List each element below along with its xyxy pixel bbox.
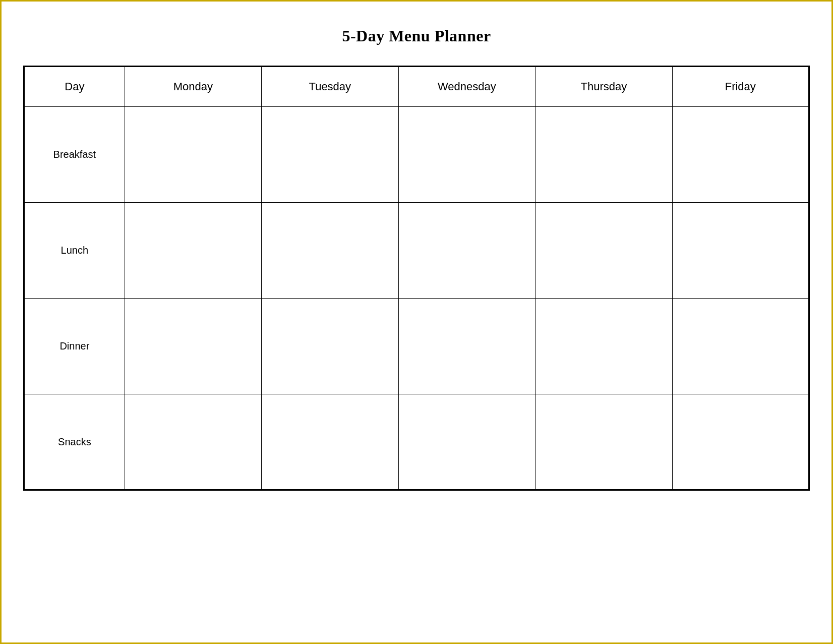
row-snacks: Snacks [24, 394, 809, 490]
label-dinner: Dinner [24, 299, 125, 394]
cell-lunch-thursday[interactable] [536, 203, 672, 299]
row-lunch: Lunch [24, 203, 809, 299]
cell-breakfast-tuesday[interactable] [262, 107, 398, 203]
header-friday: Friday [672, 67, 809, 107]
cell-lunch-wednesday[interactable] [398, 203, 536, 299]
label-breakfast: Breakfast [24, 107, 125, 203]
header-monday: Monday [125, 67, 261, 107]
cell-dinner-tuesday[interactable] [262, 299, 398, 394]
cell-snacks-friday[interactable] [672, 394, 809, 490]
cell-dinner-friday[interactable] [672, 299, 809, 394]
cell-lunch-tuesday[interactable] [262, 203, 398, 299]
label-lunch: Lunch [24, 203, 125, 299]
cell-dinner-wednesday[interactable] [398, 299, 536, 394]
menu-planner-table: Day Monday Tuesday Wednesday Thursday Fr… [23, 66, 810, 491]
header-thursday: Thursday [536, 67, 672, 107]
cell-lunch-monday[interactable] [125, 203, 261, 299]
cell-snacks-thursday[interactable] [536, 394, 672, 490]
cell-breakfast-friday[interactable] [672, 107, 809, 203]
cell-breakfast-wednesday[interactable] [398, 107, 536, 203]
cell-lunch-friday[interactable] [672, 203, 809, 299]
label-snacks: Snacks [24, 394, 125, 490]
cell-breakfast-monday[interactable] [125, 107, 261, 203]
cell-snacks-monday[interactable] [125, 394, 261, 490]
cell-snacks-wednesday[interactable] [398, 394, 536, 490]
cell-dinner-monday[interactable] [125, 299, 261, 394]
cell-snacks-tuesday[interactable] [262, 394, 398, 490]
header-day: Day [24, 67, 125, 107]
row-dinner: Dinner [24, 299, 809, 394]
cell-dinner-thursday[interactable] [536, 299, 672, 394]
cell-breakfast-thursday[interactable] [536, 107, 672, 203]
header-wednesday: Wednesday [398, 67, 536, 107]
header-row: Day Monday Tuesday Wednesday Thursday Fr… [24, 67, 809, 107]
row-breakfast: Breakfast [24, 107, 809, 203]
header-tuesday: Tuesday [262, 67, 398, 107]
page-title: 5-Day Menu Planner [342, 27, 491, 45]
